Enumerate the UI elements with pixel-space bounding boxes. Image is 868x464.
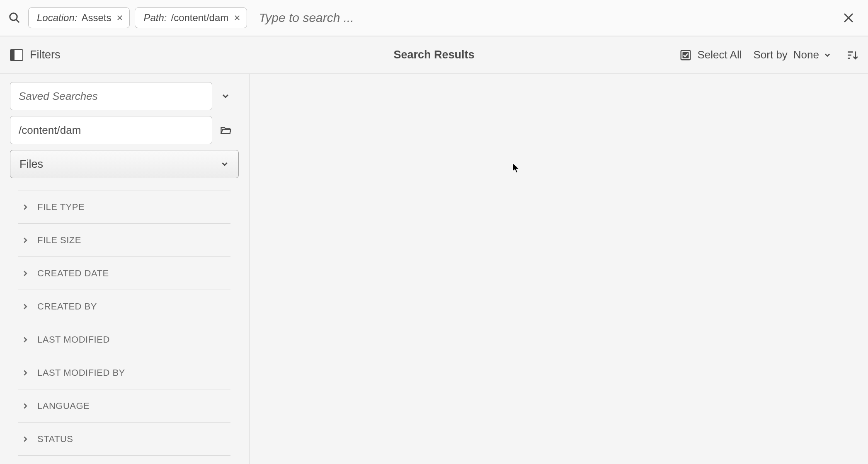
facet-last-modified-by[interactable]: LAST MODIFIED BY: [18, 356, 230, 389]
facet-label: LAST MODIFIED: [37, 334, 110, 345]
path-browse-button[interactable]: [212, 116, 239, 144]
search-icon: [8, 12, 21, 24]
chevron-right-icon: [21, 236, 30, 245]
facet-label: CREATED BY: [37, 301, 97, 312]
chevron-right-icon: [21, 302, 30, 311]
saved-searches-placeholder: Saved Searches: [19, 90, 98, 103]
search-chips: Location: Assets Path:/content/dam: [28, 7, 247, 28]
select-all-button[interactable]: Select All: [679, 48, 742, 61]
rail-left-icon: [10, 49, 23, 61]
chevron-down-icon: [823, 51, 832, 59]
results-header: Filters Search Results Select All Sort b…: [0, 36, 868, 74]
chevron-right-icon: [21, 335, 30, 344]
results-header-actions: Select All Sort by None: [679, 48, 858, 61]
sort-by-label: Sort by: [753, 48, 787, 61]
saved-searches-field[interactable]: Saved Searches: [10, 82, 212, 110]
chip-path[interactable]: Path:/content/dam: [135, 7, 247, 28]
close-search-button[interactable]: [841, 11, 856, 25]
checkbox-checked-icon: [679, 49, 692, 61]
facet-label: FILE TYPE: [37, 202, 85, 213]
main-area: Saved Searches /content/dam Files: [0, 74, 868, 464]
sort-direction-button[interactable]: [846, 49, 858, 61]
svg-point-0: [10, 13, 17, 21]
type-value: Files: [19, 158, 43, 171]
chevron-right-icon: [21, 203, 30, 212]
facet-label: CREATED DATE: [37, 268, 109, 279]
results-content: [250, 74, 868, 464]
facet-created-date[interactable]: CREATED DATE: [18, 257, 230, 290]
saved-searches-dropdown-button[interactable]: [212, 82, 239, 110]
facet-created-by[interactable]: CREATED BY: [18, 290, 230, 323]
sort-by-dropdown[interactable]: None: [793, 48, 832, 61]
chevron-right-icon: [21, 401, 30, 411]
chip-value: /content/dam: [171, 12, 228, 24]
chip-label: Path:: [143, 12, 167, 24]
facet-label: LAST MODIFIED BY: [37, 367, 125, 378]
select-all-label: Select All: [698, 48, 742, 61]
sort-by-value: None: [793, 48, 819, 61]
chevron-right-icon: [21, 435, 30, 444]
search-bar: Location: Assets Path:/content/dam: [0, 0, 868, 36]
facet-last-modified[interactable]: LAST MODIFIED: [18, 323, 230, 356]
svg-line-1: [16, 19, 19, 23]
chip-close-icon[interactable]: [233, 13, 242, 22]
facet-status[interactable]: STATUS: [18, 423, 230, 456]
sort-by-control: Sort by None: [753, 48, 832, 61]
facet-file-type[interactable]: FILE TYPE: [18, 191, 230, 224]
filters-toggle[interactable]: Filters: [10, 48, 61, 61]
path-value: /content/dam: [19, 124, 81, 137]
filters-sidebar: Saved Searches /content/dam Files: [0, 74, 250, 464]
chevron-down-icon: [220, 160, 229, 169]
type-select[interactable]: Files: [10, 150, 239, 178]
chevron-right-icon: [21, 368, 30, 377]
filters-label: Filters: [30, 48, 61, 61]
chip-close-icon[interactable]: [115, 13, 124, 22]
saved-searches-row: Saved Searches: [10, 82, 239, 110]
path-field[interactable]: /content/dam: [10, 116, 212, 144]
svg-rect-9: [682, 52, 689, 58]
path-row: /content/dam: [10, 116, 239, 144]
chevron-right-icon: [21, 269, 30, 278]
chip-value: Assets: [81, 12, 111, 24]
facet-label: FILE SIZE: [37, 235, 81, 246]
facet-label: STATUS: [37, 434, 73, 445]
search-input[interactable]: [255, 11, 834, 25]
facet-file-size[interactable]: FILE SIZE: [18, 224, 230, 257]
facet-label: LANGUAGE: [37, 401, 90, 411]
filter-facets: FILE TYPE FILE SIZE CREATED DATE CREATED…: [18, 191, 230, 456]
facet-language[interactable]: LANGUAGE: [18, 389, 230, 423]
results-title: Search Results: [393, 48, 474, 61]
chip-label: Location:: [37, 12, 77, 24]
mouse-cursor-icon: [512, 163, 520, 174]
chip-location[interactable]: Location: Assets: [28, 7, 130, 28]
